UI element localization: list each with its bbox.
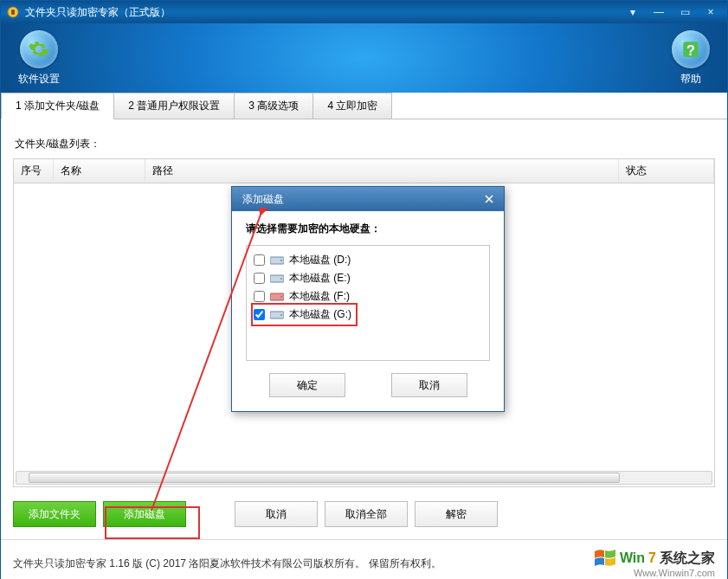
site-logo: Win7 系统之家 Www.Winwin7.com bbox=[594, 549, 715, 578]
copyright-text: 文件夹只读加密专家 1.16 版 (C) 2017 洛阳夏冰软件技术有限公司版权… bbox=[13, 556, 441, 571]
horizontal-scrollbar[interactable] bbox=[16, 471, 712, 485]
maximize-button[interactable]: ▭ bbox=[672, 4, 698, 20]
scrollbar-thumb[interactable] bbox=[29, 473, 620, 483]
tab-label: 2 普通用户权限设置 bbox=[128, 100, 220, 112]
col-status[interactable]: 状态 bbox=[619, 159, 714, 183]
button-label: 确定 bbox=[297, 378, 318, 393]
tab-add[interactable]: 1 添加文件夹/磁盘 bbox=[1, 93, 114, 119]
add-disk-button[interactable]: 添加磁盘 bbox=[103, 501, 186, 527]
drive-icon bbox=[270, 255, 284, 266]
cancel-all-button[interactable]: 取消全部 bbox=[325, 501, 408, 527]
dropdown-button[interactable]: ▾ bbox=[620, 4, 646, 20]
header-strip: 软件设置 ? 帮助 bbox=[1, 23, 727, 93]
add-disk-dialog: 添加磁盘 请选择需要加密的本地硬盘： 本地磁盘 (D:) 本地磁盘 (E:) 本… bbox=[231, 186, 505, 412]
button-label: 取消全部 bbox=[345, 507, 387, 522]
dialog-instruction: 请选择需要加密的本地硬盘： bbox=[246, 222, 490, 236]
svg-rect-1 bbox=[11, 10, 15, 15]
button-label: 取消 bbox=[419, 378, 440, 393]
tab-label: 3 高级选项 bbox=[248, 100, 299, 112]
logo-url: Www.Winwin7.com bbox=[634, 568, 715, 578]
dialog-ok-button[interactable]: 确定 bbox=[269, 373, 345, 397]
gear-icon bbox=[20, 30, 58, 68]
tab-encrypt[interactable]: 4 立即加密 bbox=[312, 93, 392, 119]
col-no[interactable]: 序号 bbox=[14, 159, 54, 183]
drive-label: 本地磁盘 (G:) bbox=[289, 307, 351, 322]
titlebar: 文件夹只读加密专家（正式版） ▾ — ▭ × bbox=[1, 1, 727, 23]
settings-button[interactable]: 软件设置 bbox=[18, 30, 60, 87]
logo-win: Win bbox=[620, 550, 645, 566]
drive-label: 本地磁盘 (F:) bbox=[289, 289, 350, 304]
decrypt-button[interactable]: 解密 bbox=[415, 501, 498, 527]
dialog-titlebar: 添加磁盘 bbox=[232, 187, 504, 211]
drive-checkbox-f[interactable] bbox=[254, 291, 265, 302]
button-label: 添加文件夹 bbox=[29, 507, 81, 522]
drive-label: 本地磁盘 (D:) bbox=[289, 253, 351, 267]
drive-checkbox-d[interactable] bbox=[254, 254, 265, 266]
tab-label: 4 立即加密 bbox=[327, 100, 377, 112]
svg-point-7 bbox=[280, 278, 282, 280]
tab-permissions[interactable]: 2 普通用户权限设置 bbox=[113, 93, 235, 119]
minimize-button[interactable]: — bbox=[646, 4, 672, 20]
drive-icon bbox=[270, 310, 284, 320]
col-path[interactable]: 路径 bbox=[145, 159, 619, 183]
settings-label: 软件设置 bbox=[18, 72, 60, 87]
help-label: 帮助 bbox=[680, 72, 701, 87]
logo-seven: 7 bbox=[648, 550, 656, 566]
drive-checkbox-g[interactable] bbox=[254, 309, 265, 320]
button-label: 解密 bbox=[446, 507, 467, 522]
svg-point-9 bbox=[280, 296, 282, 298]
footer: 文件夹只读加密专家 1.16 版 (C) 2017 洛阳夏冰软件技术有限公司版权… bbox=[1, 539, 727, 579]
drive-icon bbox=[270, 273, 284, 284]
svg-text:?: ? bbox=[686, 42, 695, 57]
drive-label: 本地磁盘 (E:) bbox=[289, 271, 351, 286]
dialog-close-button[interactable] bbox=[480, 191, 499, 207]
tab-row: 1 添加文件夹/磁盘 2 普通用户权限设置 3 高级选项 4 立即加密 bbox=[1, 93, 727, 119]
svg-point-5 bbox=[280, 260, 282, 261]
help-icon: ? bbox=[672, 30, 710, 68]
svg-point-11 bbox=[280, 314, 282, 316]
cancel-button[interactable]: 取消 bbox=[235, 501, 318, 527]
add-folder-button[interactable]: 添加文件夹 bbox=[13, 501, 96, 527]
drive-icon bbox=[270, 292, 284, 302]
bottom-buttons: 添加文件夹 添加磁盘 取消 取消全部 解密 bbox=[1, 492, 727, 539]
list-title: 文件夹/磁盘列表： bbox=[15, 137, 715, 151]
col-name[interactable]: 名称 bbox=[54, 159, 145, 183]
drive-list: 本地磁盘 (D:) 本地磁盘 (E:) 本地磁盘 (F:) 本地磁盘 (G:) bbox=[246, 245, 490, 361]
tab-advanced[interactable]: 3 高级选项 bbox=[234, 93, 313, 119]
drive-item-d[interactable]: 本地磁盘 (D:) bbox=[254, 251, 482, 269]
dialog-title: 添加磁盘 bbox=[242, 192, 284, 207]
tab-label: 1 添加文件夹/磁盘 bbox=[16, 100, 100, 112]
windows-flag-icon bbox=[594, 549, 616, 568]
list-header: 序号 名称 路径 状态 bbox=[14, 159, 714, 183]
close-button[interactable]: × bbox=[698, 4, 724, 20]
button-label: 添加磁盘 bbox=[124, 507, 165, 522]
dialog-cancel-button[interactable]: 取消 bbox=[391, 373, 467, 397]
window-title: 文件夹只读加密专家（正式版） bbox=[25, 5, 171, 20]
drive-checkbox-e[interactable] bbox=[254, 273, 265, 284]
app-icon bbox=[6, 5, 20, 19]
drive-item-f[interactable]: 本地磁盘 (F:) bbox=[254, 287, 482, 306]
help-button[interactable]: ? 帮助 bbox=[672, 30, 710, 87]
drive-item-g[interactable]: 本地磁盘 (G:) bbox=[254, 306, 355, 324]
button-label: 取消 bbox=[266, 507, 287, 522]
logo-cn: 系统之家 bbox=[660, 550, 715, 566]
window-controls: ▾ — ▭ × bbox=[620, 4, 724, 20]
drive-item-e[interactable]: 本地磁盘 (E:) bbox=[254, 269, 482, 287]
